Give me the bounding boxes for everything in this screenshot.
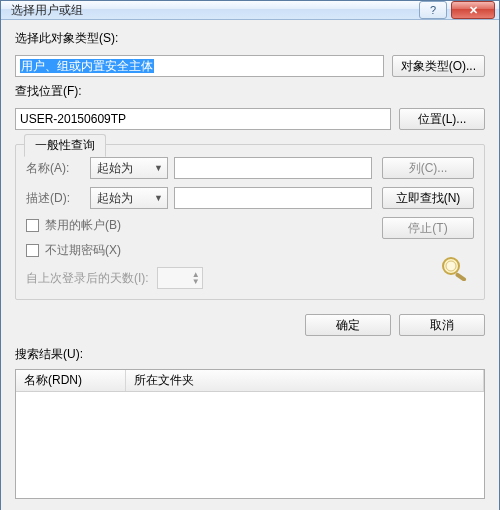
object-type-field[interactable]: 用户、组或内置安全主体 (15, 55, 384, 77)
desc-match-combo[interactable]: 起始为 ▼ (90, 187, 168, 209)
close-button[interactable]: ✕ (451, 1, 495, 19)
disabled-accounts-label: 禁用的帐户(B) (45, 217, 121, 234)
svg-point-1 (446, 261, 456, 271)
object-types-button[interactable]: 对象类型(O)... (392, 55, 485, 77)
common-queries-group: 一般性查询 名称(A): 起始为 ▼ 描述(D): 起始为 (15, 144, 485, 300)
common-queries-tab[interactable]: 一般性查询 (24, 134, 106, 157)
location-field[interactable]: USER-20150609TP (15, 108, 391, 130)
disabled-accounts-checkbox[interactable] (26, 219, 39, 232)
desc-match-value: 起始为 (97, 190, 133, 207)
object-type-value: 用户、组或内置安全主体 (20, 59, 154, 73)
window-title: 选择用户或组 (11, 2, 419, 19)
find-now-button[interactable]: 立即查找(N) (382, 187, 474, 209)
name-input[interactable] (174, 157, 372, 179)
cancel-button[interactable]: 取消 (399, 314, 485, 336)
results-header: 名称(RDN) 所在文件夹 (16, 370, 484, 392)
name-label: 名称(A): (26, 160, 84, 177)
close-icon: ✕ (469, 4, 478, 17)
name-match-value: 起始为 (97, 160, 133, 177)
desc-input[interactable] (174, 187, 372, 209)
desc-label: 描述(D): (26, 190, 84, 207)
search-icon (436, 253, 474, 283)
chevron-down-icon: ▼ (154, 163, 163, 173)
search-results-list[interactable]: 名称(RDN) 所在文件夹 (15, 369, 485, 499)
columns-button[interactable]: 列(C)... (382, 157, 474, 179)
no-expire-label: 不过期密码(X) (45, 242, 121, 259)
locations-button[interactable]: 位置(L)... (399, 108, 485, 130)
spinner-arrows-icon: ▲▼ (192, 271, 200, 285)
help-icon: ? (430, 4, 436, 16)
name-match-combo[interactable]: 起始为 ▼ (90, 157, 168, 179)
titlebar: 选择用户或组 ? ✕ (1, 1, 499, 20)
location-value: USER-20150609TP (20, 112, 126, 126)
svg-rect-2 (455, 272, 467, 281)
days-since-logon-spinner[interactable]: ▲▼ (157, 267, 203, 289)
no-expire-checkbox[interactable] (26, 244, 39, 257)
column-name[interactable]: 名称(RDN) (16, 370, 126, 391)
stop-button[interactable]: 停止(T) (382, 217, 474, 239)
chevron-down-icon: ▼ (154, 193, 163, 203)
object-type-label: 选择此对象类型(S): (15, 30, 485, 47)
search-results-label: 搜索结果(U): (15, 346, 485, 363)
days-since-logon-label: 自上次登录后的天数(I): (26, 270, 149, 287)
location-label: 查找位置(F): (15, 83, 485, 100)
ok-button[interactable]: 确定 (305, 314, 391, 336)
dialog-select-users-groups: 选择用户或组 ? ✕ 选择此对象类型(S): 用户、组或内置安全主体 对象类型(… (0, 0, 500, 510)
dialog-content: 选择此对象类型(S): 用户、组或内置安全主体 对象类型(O)... 查找位置(… (1, 20, 499, 510)
column-folder[interactable]: 所在文件夹 (126, 370, 484, 391)
window-buttons: ? ✕ (419, 1, 495, 19)
help-button[interactable]: ? (419, 1, 447, 19)
